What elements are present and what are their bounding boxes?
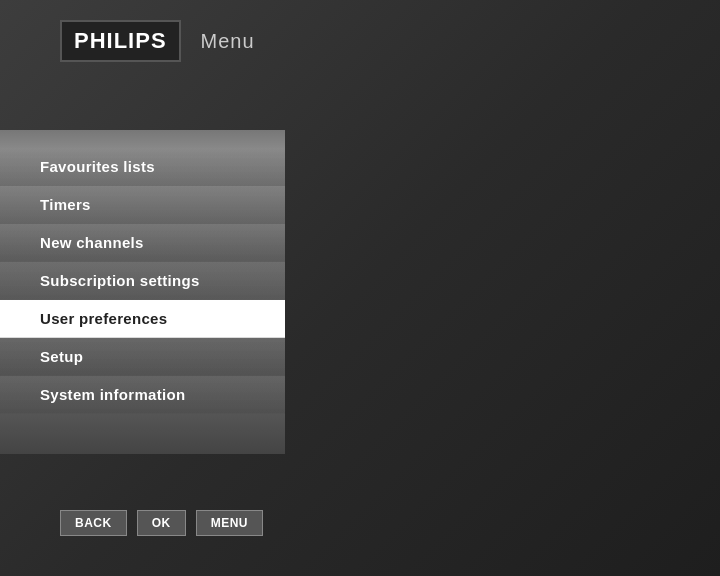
menu-item-setup[interactable]: Setup xyxy=(0,338,285,376)
menu-button[interactable]: MENU xyxy=(196,510,263,536)
main-content: PHILIPS Menu Favourites lists Timers New… xyxy=(0,0,720,576)
menu-bottom-spacer xyxy=(0,414,285,454)
logo-text: PHILIPS xyxy=(74,28,167,53)
philips-logo: PHILIPS xyxy=(60,20,181,62)
menu-item-favourites[interactable]: Favourites lists xyxy=(0,148,285,186)
page-title: Menu xyxy=(201,30,255,53)
back-button[interactable]: BACK xyxy=(60,510,127,536)
menu-item-timers[interactable]: Timers xyxy=(0,186,285,224)
menu-item-new-channels[interactable]: New channels xyxy=(0,224,285,262)
menu-item-subscription-settings[interactable]: Subscription settings xyxy=(0,262,285,300)
header: PHILIPS Menu xyxy=(0,0,720,82)
menu-item-user-preferences[interactable]: User preferences xyxy=(0,300,285,338)
ok-button[interactable]: OK xyxy=(137,510,186,536)
menu-container: Favourites lists Timers New channels Sub… xyxy=(0,130,285,454)
footer-buttons: BACK OK MENU xyxy=(60,510,263,536)
menu-item-system-information[interactable]: System information xyxy=(0,376,285,414)
menu-top-spacer xyxy=(0,130,285,148)
